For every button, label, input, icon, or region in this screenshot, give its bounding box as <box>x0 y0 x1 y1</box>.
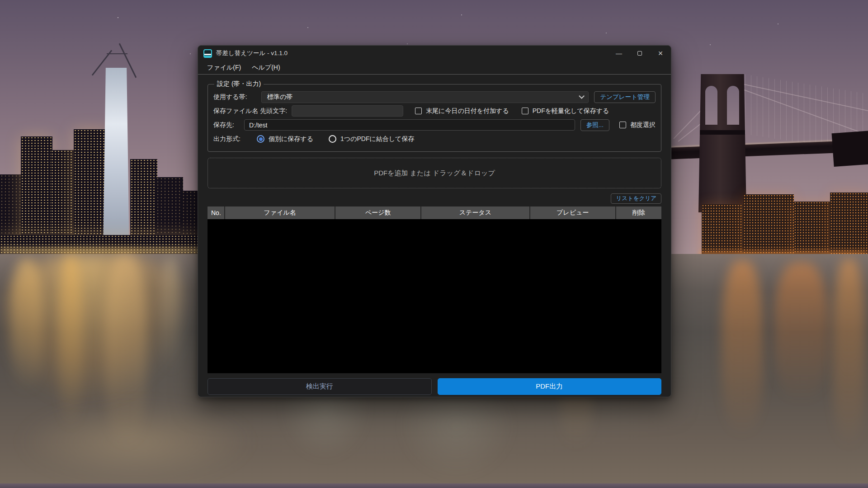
column-delete: 削除 <box>615 206 661 219</box>
app-window: 帯差し替えツール - v1.1.0 — × ファイル(F) ヘルプ(H) 設定 … <box>198 45 671 397</box>
chevron-down-icon <box>579 93 585 99</box>
destination-input[interactable] <box>244 119 575 131</box>
each-time-label: 都度選択 <box>630 121 656 129</box>
radio-save-individually[interactable]: 個別に保存する <box>257 135 313 143</box>
clear-row: リストをクリア <box>208 193 661 204</box>
lighten-pdf-label: PDFを軽量化して保存する <box>533 107 609 115</box>
radio-selected-icon <box>257 135 264 143</box>
pdf-export-button[interactable]: PDF出力 <box>438 378 662 395</box>
menu-file[interactable]: ファイル(F) <box>203 62 245 74</box>
clear-list-button[interactable]: リストをクリア <box>611 193 661 204</box>
wallpaper-bridge-arch <box>705 86 717 125</box>
pdf-dropzone[interactable]: PDFを追加 または ドラッグ＆ドロップ <box>208 158 661 188</box>
wallpaper-bridge-tower <box>698 74 746 212</box>
column-status: ステータス <box>420 206 529 219</box>
column-pages: ページ数 <box>335 206 420 219</box>
filename-row: 保存ファイル名 先頭文字: 末尾に今日の日付を付加する PDFを軽量化して保存す… <box>213 104 656 118</box>
format-row: 出力形式: 個別に保存する 1つのPDFに結合して保存 <box>213 132 656 146</box>
checkbox-icon <box>415 108 422 114</box>
titlebar[interactable]: 帯差し替えツール - v1.1.0 — × <box>198 46 671 61</box>
wallpaper-bridge-band <box>698 130 746 135</box>
wallpaper-reflection <box>161 257 181 374</box>
radio-merge-pdf[interactable]: 1つのPDFに結合して保存 <box>329 135 414 143</box>
close-icon: × <box>658 49 663 58</box>
lighten-pdf-checkbox[interactable]: PDFを軽量化して保存する <box>522 107 609 115</box>
wallpaper-bridge-arch <box>727 86 739 125</box>
destination-row: 保存先: 参照... 都度選択 <box>213 118 656 132</box>
menu-help[interactable]: ヘルプ(H) <box>247 62 284 74</box>
action-row: 検出実行 PDF出力 <box>208 378 661 395</box>
checkbox-icon <box>522 108 528 114</box>
wallpaper-reflection <box>18 403 253 480</box>
wallpaper-building <box>743 194 794 258</box>
destination-label: 保存先: <box>213 121 240 129</box>
band-label: 使用する帯: <box>213 93 257 101</box>
wallpaper-building <box>830 192 868 258</box>
date-suffix-checkbox[interactable]: 末尾に今日の日付を付加する <box>415 107 509 115</box>
maximize-button[interactable] <box>629 46 650 61</box>
column-preview: プレビュー <box>529 206 615 219</box>
app-icon <box>203 49 212 58</box>
checkbox-icon <box>619 122 626 128</box>
template-manage-button[interactable]: テンプレート管理 <box>594 91 656 103</box>
format-label: 出力形式: <box>213 135 257 143</box>
maximize-icon <box>637 51 642 56</box>
settings-group-title: 設定 (帯・出力) <box>214 80 264 88</box>
minimize-icon: — <box>616 50 622 57</box>
detect-button[interactable]: 検出実行 <box>208 378 432 395</box>
file-list-body[interactable] <box>208 219 661 373</box>
taskbar[interactable] <box>0 483 868 488</box>
wallpaper-crane <box>107 53 127 54</box>
browse-button[interactable]: 参照... <box>580 119 609 131</box>
wallpaper-reflection <box>774 262 828 402</box>
wallpaper-reflection <box>722 260 763 436</box>
band-select[interactable]: 標準の帯 <box>261 91 589 103</box>
wallpaper-building <box>702 204 743 258</box>
filename-label: 保存ファイル名 先頭文字: <box>213 107 287 115</box>
radio-merge-pdf-label: 1つのPDFに結合して保存 <box>340 135 414 143</box>
band-row: 使用する帯: 標準の帯 テンプレート管理 <box>213 90 656 104</box>
settings-group: 設定 (帯・出力) 使用する帯: 標準の帯 テンプレート管理 保存ファイル名 先… <box>208 80 661 152</box>
column-filename: ファイル名 <box>224 206 335 219</box>
close-button[interactable]: × <box>650 46 671 61</box>
window-controls: — × <box>609 46 671 61</box>
menubar: ファイル(F) ヘルプ(H) <box>198 61 671 75</box>
minimize-button[interactable]: — <box>609 46 629 61</box>
wallpaper-reflection <box>11 258 42 394</box>
desktop: 帯差し替えツール - v1.1.0 — × ファイル(F) ヘルプ(H) 設定 … <box>0 0 868 488</box>
wallpaper-reflection <box>833 258 865 448</box>
wallpaper-reflection <box>59 254 82 430</box>
column-no: No. <box>208 206 224 219</box>
file-list: No. ファイル名 ページ数 ステータス プレビュー 削除 <box>208 206 661 373</box>
dropzone-text: PDFを追加 または ドラッグ＆ドロップ <box>374 169 495 178</box>
wallpaper-stars <box>118 17 118 18</box>
each-time-checkbox[interactable]: 都度選択 <box>619 121 656 129</box>
wallpaper-glow <box>0 248 201 254</box>
radio-save-individually-label: 個別に保存する <box>269 135 313 143</box>
wallpaper-bridge-far <box>832 131 868 167</box>
wallpaper-building <box>794 202 830 258</box>
window-title: 帯差し替えツール - v1.1.0 <box>216 49 288 57</box>
date-suffix-label: 末尾に今日の日付を付加する <box>426 107 509 115</box>
filename-prefix-input[interactable] <box>292 105 403 117</box>
wallpaper-tower <box>103 68 129 254</box>
band-select-value: 標準の帯 <box>267 93 292 101</box>
radio-unselected-icon <box>329 135 336 143</box>
file-list-header: No. ファイル名 ページ数 ステータス プレビュー 削除 <box>208 206 661 219</box>
